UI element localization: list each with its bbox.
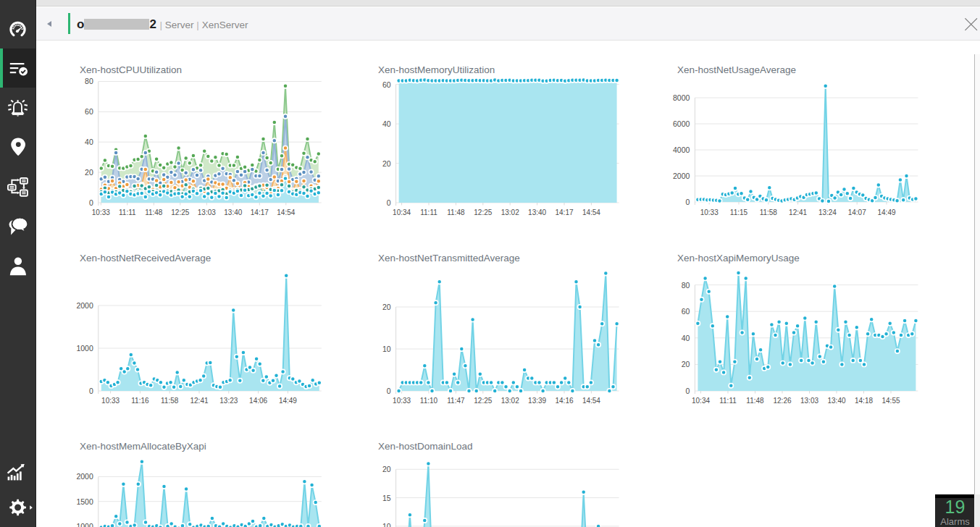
svg-text:11:48: 11:48 xyxy=(145,208,163,216)
svg-text:2000: 2000 xyxy=(76,472,93,481)
svg-text:1000: 1000 xyxy=(76,522,93,527)
svg-text:Xen-hostNetUsageAverage: Xen-hostNetUsageAverage xyxy=(677,64,796,75)
svg-text:14:55: 14:55 xyxy=(881,397,900,405)
svg-text:1000: 1000 xyxy=(76,344,93,353)
svg-text:60: 60 xyxy=(85,107,93,116)
svg-text:11:11: 11:11 xyxy=(119,208,136,216)
svg-text:13:40: 13:40 xyxy=(827,397,845,405)
svg-text:Xen-hostDomainLoad: Xen-hostDomainLoad xyxy=(378,441,473,452)
svg-text:Xen-hostMemAllocateByXapi: Xen-hostMemAllocateByXapi xyxy=(80,441,206,452)
svg-text:13:02: 13:02 xyxy=(501,397,519,405)
svg-text:12:25: 12:25 xyxy=(474,208,492,216)
svg-text:1500: 1500 xyxy=(76,497,93,506)
svg-text:20: 20 xyxy=(682,360,690,368)
svg-text:8000: 8000 xyxy=(673,93,690,102)
svg-text:10:34: 10:34 xyxy=(393,208,411,216)
svg-text:11:58: 11:58 xyxy=(760,208,778,216)
svg-text:11:48: 11:48 xyxy=(447,208,465,216)
svg-text:10: 10 xyxy=(382,345,391,353)
svg-text:12:41: 12:41 xyxy=(190,397,208,405)
svg-text:80: 80 xyxy=(85,77,93,85)
svg-text:Xen-hostMemoryUtilization: Xen-hostMemoryUtilization xyxy=(378,64,495,75)
svg-text:14:16: 14:16 xyxy=(555,397,573,405)
svg-text:0: 0 xyxy=(387,198,391,207)
svg-text:14:49: 14:49 xyxy=(877,208,895,216)
svg-text:12:25: 12:25 xyxy=(474,397,492,405)
svg-text:10:33: 10:33 xyxy=(393,397,411,405)
svg-text:12:41: 12:41 xyxy=(789,208,807,216)
svg-text:11:11: 11:11 xyxy=(719,397,737,405)
svg-text:13:40: 13:40 xyxy=(528,208,546,216)
svg-text:13:03: 13:03 xyxy=(800,397,818,405)
svg-text:Xen-hostNetTransmittedAverage: Xen-hostNetTransmittedAverage xyxy=(378,253,520,264)
svg-text:Xen-hostNetReceivedAverage: Xen-hostNetReceivedAverage xyxy=(80,253,211,264)
svg-text:13:23: 13:23 xyxy=(219,397,238,405)
svg-text:4000: 4000 xyxy=(673,146,690,154)
svg-text:14:54: 14:54 xyxy=(582,397,600,405)
svg-text:20: 20 xyxy=(85,168,93,177)
svg-text:Xen-hostXapiMemoryUsage: Xen-hostXapiMemoryUsage xyxy=(677,253,800,264)
svg-text:80: 80 xyxy=(682,281,690,290)
svg-text:2000: 2000 xyxy=(76,301,93,310)
svg-text:14:17: 14:17 xyxy=(251,208,269,216)
svg-text:14:49: 14:49 xyxy=(279,397,297,405)
svg-text:10:33: 10:33 xyxy=(700,208,719,216)
svg-text:40: 40 xyxy=(682,334,690,342)
svg-text:11:58: 11:58 xyxy=(161,397,179,405)
svg-text:10:34: 10:34 xyxy=(692,397,710,405)
svg-text:Xen-hostCPUUtilization: Xen-hostCPUUtilization xyxy=(80,64,182,75)
svg-text:13:03: 13:03 xyxy=(198,208,216,216)
svg-text:20: 20 xyxy=(382,159,391,168)
svg-text:10:33: 10:33 xyxy=(92,208,110,216)
svg-text:60: 60 xyxy=(382,80,391,89)
svg-text:13:02: 13:02 xyxy=(501,208,519,216)
svg-text:13:24: 13:24 xyxy=(818,208,837,216)
svg-text:14:17: 14:17 xyxy=(555,208,573,216)
svg-text:2000: 2000 xyxy=(673,172,690,180)
svg-text:11:48: 11:48 xyxy=(746,397,764,405)
svg-text:0: 0 xyxy=(387,387,391,395)
svg-text:12:26: 12:26 xyxy=(773,397,791,405)
svg-text:14:06: 14:06 xyxy=(249,397,267,405)
svg-text:40: 40 xyxy=(85,138,93,146)
svg-text:40: 40 xyxy=(382,119,391,128)
svg-text:20: 20 xyxy=(382,303,391,311)
svg-text:6000: 6000 xyxy=(673,119,690,128)
svg-text:13:40: 13:40 xyxy=(224,208,242,216)
svg-text:14:07: 14:07 xyxy=(848,208,866,216)
svg-text:0: 0 xyxy=(89,198,93,207)
svg-text:14:18: 14:18 xyxy=(855,397,873,405)
svg-text:0: 0 xyxy=(686,387,690,395)
svg-text:12:25: 12:25 xyxy=(171,208,189,216)
svg-text:11:11: 11:11 xyxy=(420,208,437,216)
svg-text:60: 60 xyxy=(682,307,690,316)
svg-text:10:33: 10:33 xyxy=(101,397,120,405)
svg-text:15: 15 xyxy=(382,494,391,502)
svg-text:0: 0 xyxy=(89,387,93,395)
svg-text:0: 0 xyxy=(686,198,690,206)
svg-text:11:15: 11:15 xyxy=(730,208,748,216)
svg-text:14:54: 14:54 xyxy=(277,208,295,216)
svg-text:11:10: 11:10 xyxy=(420,397,438,405)
svg-text:14:54: 14:54 xyxy=(582,208,600,216)
svg-text:11:16: 11:16 xyxy=(131,397,149,405)
svg-text:11:47: 11:47 xyxy=(447,397,465,405)
svg-text:20: 20 xyxy=(382,465,391,473)
svg-text:13:39: 13:39 xyxy=(528,397,546,405)
svg-text:10: 10 xyxy=(382,522,391,527)
